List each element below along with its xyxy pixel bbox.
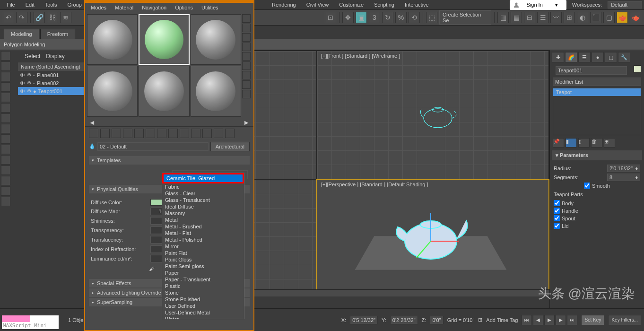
redo-button[interactable]: ↷ [16, 12, 27, 23]
me-tool-icon[interactable] [168, 129, 178, 138]
body-checkbox[interactable] [554, 200, 560, 206]
snap-button[interactable]: ⊡ [325, 12, 336, 23]
me-menu-modes[interactable]: Modes [87, 4, 110, 11]
lp-icon[interactable] [1, 155, 10, 165]
material-slot[interactable] [139, 66, 189, 116]
me-menu-utilities[interactable]: Utilities [198, 4, 222, 11]
material-type-button[interactable]: Architectural [210, 142, 250, 151]
me-menu-options[interactable]: Options [171, 4, 197, 11]
me-tool-icon[interactable] [146, 129, 155, 138]
me-sidebar-icon[interactable] [242, 71, 251, 79]
lp-icon[interactable] [1, 51, 10, 61]
me-tool-icon[interactable] [134, 129, 144, 138]
x-coord[interactable]: 0'5 12/32" [350, 316, 378, 324]
unlink-button[interactable]: ⛓ [47, 12, 58, 23]
render-setup-button[interactable]: ⬛ [590, 12, 601, 23]
y-coord[interactable]: 0'2 28/32" [390, 316, 418, 324]
me-tool-icon[interactable] [89, 129, 98, 138]
dropdown-item[interactable]: Paint Semi-gloss [162, 263, 244, 270]
lp-icon[interactable] [1, 103, 10, 113]
radius-spinner[interactable]: 2'0 16/32"♦ [607, 165, 640, 172]
modify-tab[interactable]: 🌈 [565, 52, 577, 62]
me-tool-icon[interactable] [112, 129, 121, 138]
dropdown-item[interactable]: Mirror [162, 243, 244, 250]
bind-button[interactable]: ≋ [60, 12, 71, 23]
hierarchy-tab[interactable]: ☰ [578, 52, 591, 62]
lp-icon[interactable] [1, 134, 10, 144]
configure-icon[interactable]: ⊞ [604, 138, 615, 148]
me-tool-icon[interactable] [191, 129, 200, 138]
me-sidebar-icon[interactable] [242, 52, 251, 61]
lp-icon[interactable] [1, 186, 10, 196]
material-editor-button[interactable]: ◐ [577, 12, 588, 23]
dropdown-item[interactable]: Stone Polished [162, 296, 244, 303]
dropdown-item[interactable]: Paper - Translucent [162, 276, 244, 283]
viewport-perspective[interactable]: [+][Perspective ] [Standard ] [Default S… [317, 180, 548, 307]
dropdown-item[interactable]: Glass - Clear [162, 190, 244, 197]
render-frame-button[interactable]: ▢ [603, 12, 615, 23]
lp-icon[interactable] [1, 176, 10, 185]
lp-icon[interactable] [1, 166, 10, 175]
array-button[interactable]: ▦ [511, 12, 522, 23]
menu-scripting[interactable]: Scripting [369, 1, 399, 9]
selection-set-dropdown[interactable]: Create Selection Se [439, 10, 491, 25]
menu-tools[interactable]: Tools [40, 1, 62, 9]
dropdown-item[interactable]: Paper [162, 270, 244, 276]
modifier-list-dropdown[interactable]: Modifier List [553, 78, 641, 86]
goto-end-button[interactable]: ⏭ [567, 315, 577, 325]
material-slot[interactable] [191, 14, 241, 65]
dropdown-item[interactable]: Metal [162, 217, 244, 223]
me-sidebar-icon[interactable] [242, 14, 251, 23]
workspace-dropdown[interactable]: Default [608, 1, 642, 9]
lid-checkbox[interactable] [554, 223, 560, 229]
dropdown-item[interactable]: Paint Flat [162, 250, 244, 256]
me-tool-icon[interactable] [214, 129, 223, 138]
material-slot[interactable] [87, 66, 138, 116]
tab-display[interactable]: Display [46, 53, 64, 60]
object-name-field[interactable]: Teapot001 [556, 66, 627, 75]
snap3-button[interactable]: 3 [369, 12, 380, 23]
me-menu-navigation[interactable]: Navigation [138, 4, 170, 11]
material-slot[interactable] [139, 14, 189, 65]
me-tool-icon[interactable] [202, 129, 212, 138]
material-slot[interactable] [191, 66, 241, 116]
me-tool-icon[interactable] [180, 129, 189, 138]
segments-spinner[interactable]: 8♦ [607, 174, 640, 181]
dropdown-item[interactable]: User Defined [162, 303, 244, 309]
display-tab[interactable]: ▢ [605, 52, 617, 62]
add-time-tag[interactable]: Add Time Tag [486, 317, 518, 323]
show-result-icon[interactable]: ▮ [566, 138, 577, 148]
ribbon-tab-freeform[interactable]: Freeform [40, 29, 76, 39]
handle-checkbox[interactable] [554, 208, 560, 214]
menu-edit[interactable]: Edit [21, 1, 39, 9]
me-tool-icon[interactable] [123, 129, 132, 138]
ribbon-tab-modeling[interactable]: Modeling [4, 29, 39, 39]
align-button[interactable]: ▣ [356, 12, 367, 23]
lp-icon[interactable] [1, 197, 10, 206]
dropdown-item[interactable]: Glass - Translucent [162, 197, 244, 203]
utilities-tab[interactable]: 🔧 [618, 52, 630, 62]
dropdown-item[interactable]: Stone [162, 289, 244, 296]
signin-button[interactable]: Sign In ▾ [510, 0, 566, 10]
me-sidebar-icon[interactable] [242, 43, 251, 51]
play-button[interactable]: ▶ [544, 315, 555, 325]
me-menu-material[interactable]: Material [111, 4, 137, 11]
eyedropper-icon[interactable]: 💧 [89, 143, 96, 149]
dropdown-item-highlighted[interactable]: Ceramic Tile, Glazed [162, 173, 244, 183]
list-item[interactable]: 👁❄●Teapot001 [18, 87, 84, 95]
angle-snap-button[interactable]: ↻ [382, 12, 393, 23]
me-sidebar-icon[interactable] [242, 33, 251, 42]
percent-snap-button[interactable]: % [395, 12, 407, 23]
list-item[interactable]: 👁❄▫Plane002 [18, 79, 84, 87]
lp-icon[interactable] [1, 93, 10, 102]
lp-icon[interactable] [1, 113, 10, 123]
lp-icon[interactable] [1, 124, 10, 133]
schematic-button[interactable]: ⊞ [564, 12, 575, 23]
modifier-stack[interactable]: Teapot [553, 88, 641, 135]
material-slot[interactable] [87, 14, 138, 65]
lp-icon[interactable] [1, 82, 10, 92]
remove-mod-icon[interactable]: 🗑 [591, 138, 602, 148]
mirror-button[interactable]: ▥ [497, 12, 509, 23]
move-button[interactable]: ✥ [342, 12, 354, 23]
list-item[interactable]: 👁❄▫Plane001 [18, 71, 84, 79]
